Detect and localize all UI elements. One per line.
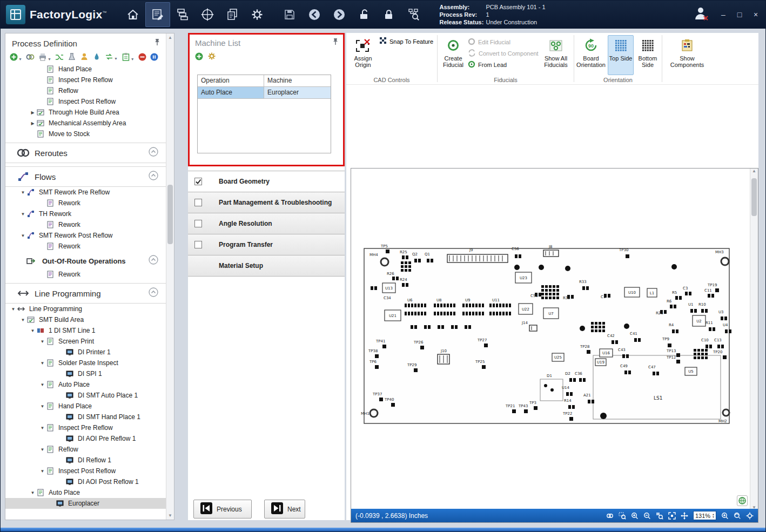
process-definition-icon[interactable] — [145, 2, 170, 27]
tree-item-move-to-stock[interactable]: Move to Stock — [5, 129, 166, 139]
stage-checkbox[interactable] — [194, 199, 202, 206]
previous-button[interactable]: Previous — [193, 500, 252, 518]
expanded-arrow-icon[interactable]: ▼ — [19, 212, 26, 217]
collapsed-arrow-icon[interactable]: ▶ — [29, 121, 36, 126]
tree-item-solder-paste-inspect[interactable]: ▼Solder Paste Inspect — [5, 358, 166, 368]
expanded-arrow-icon[interactable]: ▼ — [39, 447, 46, 452]
documents-icon[interactable] — [220, 2, 245, 27]
tree-item-hand-place[interactable]: ▼Hand Place — [5, 401, 166, 412]
recenter-icon[interactable] — [746, 512, 754, 520]
minimize-button[interactable]: – — [719, 10, 728, 19]
materials-icon[interactable] — [170, 2, 195, 27]
line-programming-header[interactable]: Line Programming — [5, 283, 166, 304]
tree-item-auto-place[interactable]: ▼Auto Place — [5, 379, 166, 390]
stage-program-transfer[interactable]: Program Transfer — [188, 234, 345, 255]
expanded-arrow-icon[interactable]: ▼ — [19, 190, 26, 195]
tree-item-reflow[interactable]: ▼Reflow — [5, 444, 166, 455]
tree-item-1-di-smt-line-1[interactable]: ▼1 DI SMT Line 1 — [5, 325, 166, 336]
tree-item-inspect-pre-reflow[interactable]: ▼Inspect Pre Reflow — [5, 422, 166, 433]
link-icon[interactable] — [26, 53, 35, 61]
save-icon[interactable] — [277, 2, 302, 27]
create-fiducial-button[interactable]: Create Fiducial — [438, 35, 469, 75]
show-all-fiducials-button[interactable]: Show All Fiducials — [540, 35, 572, 75]
collapse-flows-icon[interactable] — [149, 171, 159, 183]
expanded-arrow-icon[interactable]: ▼ — [10, 307, 17, 312]
tree-item-rework[interactable]: Rework — [5, 269, 166, 280]
collapse-out-of-route-icon[interactable] — [149, 255, 159, 267]
next-button[interactable]: Next — [264, 500, 305, 518]
unlock-icon[interactable] — [352, 2, 377, 27]
stage-board-geometry[interactable]: Board Geometry — [188, 171, 345, 192]
remove-icon[interactable] — [138, 53, 146, 61]
link-tool-icon[interactable] — [606, 512, 614, 520]
tree-item-inspect-post-reflow[interactable]: ▼Inspect Post Reflow — [5, 466, 166, 476]
cad-scrollbar[interactable]: ▲ ▼ — [750, 169, 758, 510]
show-components-button[interactable]: Show Components — [668, 35, 707, 75]
navigator-icon[interactable] — [195, 2, 220, 27]
zoom-spinner[interactable]: ▲▼ — [712, 513, 716, 518]
tree-item-di-spi-1[interactable]: DI SPI 1 — [5, 368, 166, 379]
stage-checkbox[interactable] — [194, 241, 202, 248]
lock-icon[interactable] — [377, 2, 401, 27]
zoom-all-icon[interactable] — [734, 512, 741, 520]
expanded-arrow-icon[interactable]: ▼ — [39, 426, 46, 430]
tree-item-auto-place[interactable]: ▼Auto Place — [5, 487, 166, 498]
add-machine-icon[interactable] — [195, 52, 203, 60]
tree-item-th-rework[interactable]: ▼TH Rework — [5, 208, 166, 219]
flows-header[interactable]: Flows — [5, 166, 166, 187]
tree-item-di-aoi-pre-reflow-1[interactable]: DI AOI Pre Reflow 1 — [5, 433, 166, 444]
expanded-arrow-icon[interactable]: ▼ — [39, 339, 46, 344]
zoom-window-icon[interactable] — [619, 512, 626, 520]
expanded-arrow-icon[interactable]: ▼ — [19, 318, 26, 322]
user-account-icon[interactable] — [693, 5, 711, 24]
zoom-in-icon[interactable] — [631, 512, 639, 520]
tree-item-smt-rework-post-reflow[interactable]: ▼SMT Rework Post Reflow — [5, 230, 166, 241]
pin-icon[interactable] — [332, 38, 339, 48]
maximize-button[interactable]: □ — [735, 10, 744, 19]
tree-item-inspect-post-reflow[interactable]: Inspect Post Reflow — [5, 96, 166, 107]
scroll-up-icon[interactable]: ▲ — [166, 33, 174, 42]
stage-checkbox[interactable] — [194, 178, 202, 185]
pan-icon[interactable] — [681, 512, 688, 520]
board-orientation-button[interactable]: 90 Board Orientation — [575, 35, 607, 75]
tree-item-screen-print[interactable]: ▼Screen Print — [5, 336, 166, 347]
tree-item-smt-rework-pre-reflow[interactable]: ▼SMT Rework Pre Reflow — [5, 187, 166, 198]
tree-item-di-aoi-post-reflow-1[interactable]: DI AOI Post Reflow 1 — [5, 476, 166, 487]
stage-angle-resolution[interactable]: Angle Resolution — [188, 213, 345, 234]
bottom-side-button[interactable]: Bottom Side — [635, 35, 661, 75]
back-icon[interactable] — [302, 2, 327, 27]
tree-item-reflow[interactable]: Reflow — [5, 85, 166, 96]
tree-item-di-smt-hand-place-1[interactable]: DI SMT Hand Place 1 — [5, 412, 166, 422]
world-view-button[interactable] — [737, 495, 748, 506]
left-panel-scrollbar[interactable]: ▲ ▼ — [166, 33, 174, 520]
tree-item-mechanical-assembly-area[interactable]: ▶Mechanical Assembly Area — [5, 118, 166, 129]
add-icon[interactable]: ▼ — [10, 53, 22, 61]
zoom-selection-icon[interactable] — [656, 512, 663, 520]
print-icon[interactable]: ▼ — [38, 52, 51, 61]
transfer-icon[interactable]: ▼ — [105, 53, 118, 60]
collapse-reroutes-icon[interactable] — [149, 147, 159, 159]
machine-table[interactable]: OperationMachineAuto PlaceEuroplacer — [197, 75, 331, 153]
tree-item-rework[interactable]: Rework — [5, 219, 166, 230]
column-header-operation[interactable]: Operation — [198, 75, 264, 87]
expanded-arrow-icon[interactable]: ▼ — [39, 469, 46, 474]
expanded-arrow-icon[interactable]: ▼ — [29, 490, 36, 495]
machine-table-cell[interactable]: Auto Place — [198, 87, 264, 99]
reroutes-header[interactable]: Reroutes — [5, 143, 166, 163]
stage-checkbox[interactable] — [194, 220, 202, 227]
convert-to-component-button[interactable]: Convert to Component — [468, 48, 539, 59]
expanded-arrow-icon[interactable]: ▼ — [39, 404, 46, 409]
settings-icon[interactable] — [245, 2, 270, 27]
collapsed-arrow-icon[interactable]: ▶ — [29, 110, 36, 115]
tree-item-di-reflow-1[interactable]: DI Reflow 1 — [5, 455, 166, 466]
expanded-arrow-icon[interactable]: ▼ — [19, 233, 26, 238]
tree-item-line-programming[interactable]: ▼Line Programming — [5, 304, 166, 314]
expanded-arrow-icon[interactable]: ▼ — [39, 361, 46, 366]
tree-item-through-hole-build-area[interactable]: ▶Through Hole Build Area — [5, 107, 166, 118]
close-button[interactable]: × — [751, 10, 760, 19]
machine-table-row[interactable]: Auto PlaceEuroplacer — [198, 87, 331, 99]
operator-icon[interactable] — [80, 52, 89, 61]
expanded-arrow-icon[interactable]: ▼ — [39, 382, 46, 387]
from-lead-button[interactable]: From Lead — [468, 59, 539, 70]
hold-icon[interactable] — [150, 53, 158, 61]
